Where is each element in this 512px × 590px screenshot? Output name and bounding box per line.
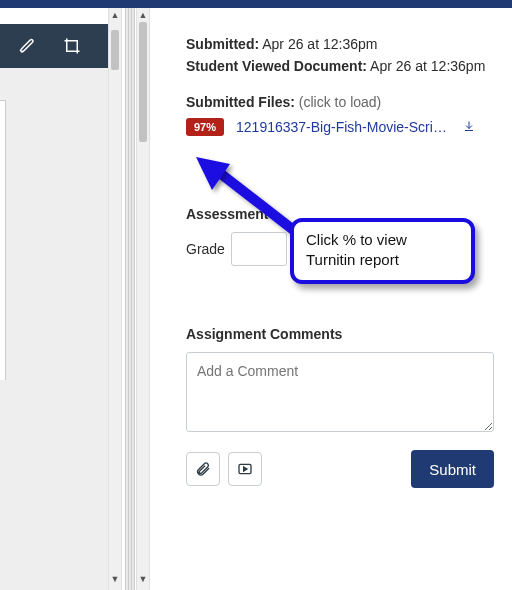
scroll-up-icon[interactable]: ▲ <box>109 10 121 24</box>
files-line: Submitted Files: (click to load) <box>186 94 494 110</box>
comment-actions-row: Submit <box>186 450 494 488</box>
scroll-down-icon[interactable]: ▼ <box>109 574 121 588</box>
scroll-thumb[interactable] <box>111 30 119 70</box>
submitted-file-row: 97% 121916337-Big-Fish-Movie-Script.… <box>186 118 494 136</box>
files-label: Submitted Files: <box>186 94 295 110</box>
scroll-down-icon[interactable]: ▼ <box>137 574 149 588</box>
document-edge <box>0 100 6 380</box>
panel-resize-grip[interactable] <box>125 8 135 590</box>
comments-heading: Assignment Comments <box>186 326 494 342</box>
attachment-buttons <box>186 452 262 486</box>
viewed-value: Apr 26 at 12:36pm <box>370 58 485 74</box>
turnitin-score-badge[interactable]: 97% <box>186 118 224 136</box>
submitted-value: Apr 26 at 12:36pm <box>262 36 377 52</box>
comment-textarea[interactable] <box>186 352 494 432</box>
viewed-line: Student Viewed Document: Apr 26 at 12:36… <box>186 58 494 74</box>
submitted-file-link[interactable]: 121916337-Big-Fish-Movie-Script.… <box>236 119 451 135</box>
files-hint: (click to load) <box>299 94 381 110</box>
svg-rect-0 <box>67 41 78 52</box>
grade-input[interactable] <box>231 232 287 266</box>
media-comment-button[interactable] <box>228 452 262 486</box>
submit-button[interactable]: Submit <box>411 450 494 488</box>
instruction-callout: Click % to view Turnitin report <box>290 218 475 284</box>
callout-line: Click % to view <box>306 230 459 250</box>
play-box-icon <box>237 461 253 477</box>
annotation-toolbar <box>0 24 108 68</box>
top-bar <box>0 0 512 8</box>
paperclip-icon <box>195 461 211 477</box>
viewed-label: Student Viewed Document: <box>186 58 367 74</box>
submitted-label: Submitted: <box>186 36 259 52</box>
document-preview-area <box>0 68 108 590</box>
grading-panel: Submitted: Apr 26 at 12:36pm Student Vie… <box>152 8 512 590</box>
brush-tool[interactable] <box>6 24 50 68</box>
attach-file-button[interactable] <box>186 452 220 486</box>
callout-line: Turnitin report <box>306 250 459 270</box>
grade-label: Grade <box>186 241 225 257</box>
brush-icon <box>19 37 37 55</box>
scrollbar-preview[interactable]: ▲ ▼ <box>108 8 122 590</box>
scrollbar-sidebar[interactable]: ▲ ▼ <box>136 8 150 590</box>
crop-tool[interactable] <box>50 24 94 68</box>
scroll-thumb[interactable] <box>139 22 147 142</box>
crop-icon <box>63 37 81 55</box>
download-icon[interactable] <box>463 120 475 135</box>
submitted-line: Submitted: Apr 26 at 12:36pm <box>186 36 494 52</box>
